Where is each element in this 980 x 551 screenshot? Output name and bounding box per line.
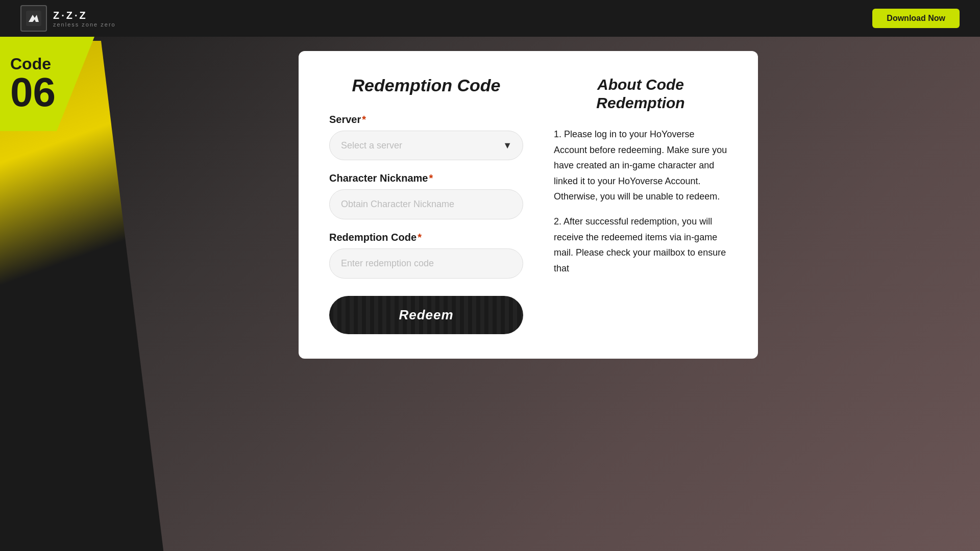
info-title: About Code Redemption [554,76,727,112]
server-required-star: * [362,114,366,126]
header: Z·Z·Z zenless zone zero Download Now [0,0,980,37]
form-section: Redemption Code Server* Select a server … [329,76,523,334]
logo-area: Z·Z·Z zenless zone zero [20,5,116,32]
server-select-wrapper: Select a server Asia America Europe SAR … [329,131,523,160]
redemption-code-input[interactable] [329,248,523,279]
logo-subtitle: zenless zone zero [53,21,116,28]
code-required-star: * [418,232,422,243]
logo-dots: Z·Z·Z [53,10,116,21]
redemption-code-label: Redemption Code* [329,232,523,243]
server-select[interactable]: Select a server Asia America Europe SAR [329,131,523,160]
character-nickname-field-group: Character Nickname* [329,172,523,219]
info-point-1: 1. Please log in to your HoYoverse Accou… [554,127,727,205]
character-nickname-label: Character Nickname* [329,172,523,184]
nickname-required-star: * [429,172,433,184]
main-container: Redemption Code Server* Select a server … [168,37,888,551]
form-title: Redemption Code [329,76,523,95]
white-panel: Redemption Code Server* Select a server … [299,51,758,359]
info-section: About Code Redemption 1. Please log in t… [554,76,727,334]
server-field-group: Server* Select a server Asia America Eur… [329,114,523,160]
info-point-2: 2. After successful redemption, you will… [554,214,727,276]
download-now-button[interactable]: Download Now [872,9,960,28]
redemption-code-field-group: Redemption Code* [329,232,523,279]
logo-icon [20,5,47,32]
redeem-button[interactable]: Redeem [329,296,523,334]
logo-text-area: Z·Z·Z zenless zone zero [53,10,116,28]
server-label: Server* [329,114,523,126]
character-nickname-input[interactable] [329,189,523,219]
